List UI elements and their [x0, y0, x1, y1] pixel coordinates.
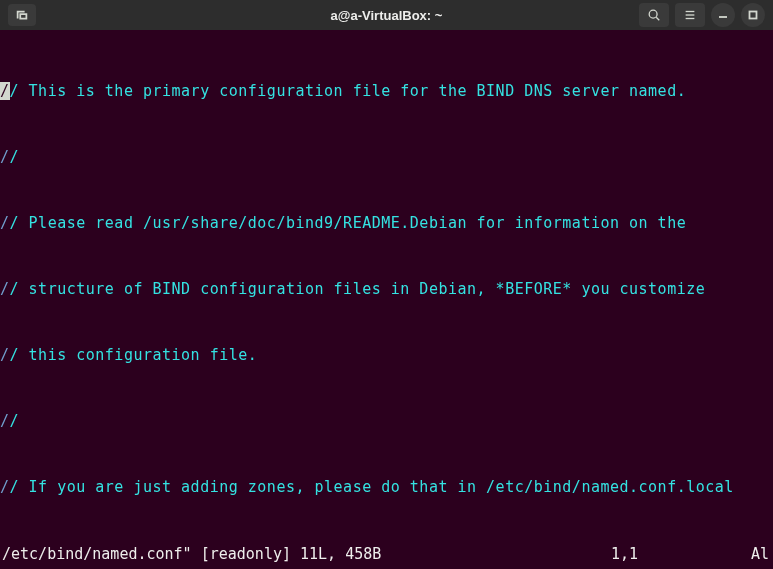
minimize-button[interactable] [711, 3, 735, 27]
svg-rect-6 [750, 12, 757, 19]
maximize-icon [748, 10, 758, 20]
maximize-button[interactable] [741, 3, 765, 27]
hamburger-icon [683, 8, 697, 22]
status-scroll-position: Al [751, 545, 771, 567]
svg-point-0 [649, 10, 657, 18]
new-tab-button[interactable] [8, 4, 36, 26]
comment-line: // this configuration file. [0, 344, 773, 366]
menu-button[interactable] [675, 3, 705, 27]
comment-line: // [0, 146, 773, 168]
window-titlebar: a@a-VirtualBox: ~ [0, 0, 773, 30]
svg-line-1 [656, 17, 659, 20]
window-title: a@a-VirtualBox: ~ [331, 8, 443, 23]
comment-line: // If you are just adding zones, please … [0, 476, 773, 498]
titlebar-right [639, 3, 765, 27]
comment-line: // This is the primary configuration fil… [0, 80, 773, 102]
new-tab-icon [15, 8, 29, 22]
titlebar-left [8, 4, 36, 26]
comment-line: // Please read /usr/share/doc/bind9/READ… [0, 212, 773, 234]
search-icon [647, 8, 661, 22]
comment-line: // structure of BIND configuration files… [0, 278, 773, 300]
status-file-info: /etc/bind/named.conf" [readonly] 11L, 45… [2, 545, 611, 567]
minimize-icon [718, 10, 728, 20]
status-cursor-position: 1,1 [611, 545, 751, 567]
comment-line: // [0, 410, 773, 432]
search-button[interactable] [639, 3, 669, 27]
terminal-content[interactable]: // This is the primary configuration fil… [0, 30, 773, 569]
vim-status-line: /etc/bind/named.conf" [readonly] 11L, 45… [0, 545, 773, 567]
